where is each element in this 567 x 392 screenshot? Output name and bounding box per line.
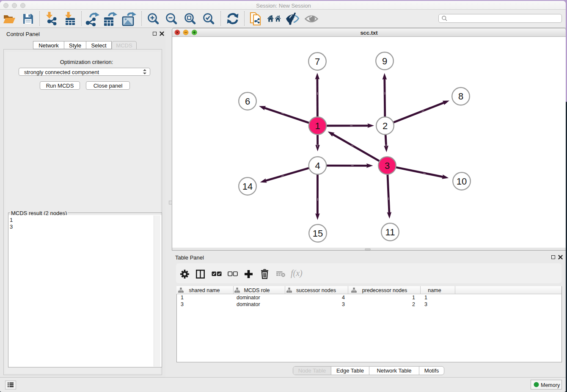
svg-text:10: 10	[457, 176, 467, 187]
svg-text:15: 15	[313, 228, 323, 239]
svg-text:11: 11	[385, 227, 395, 237]
svg-text:4: 4	[315, 160, 320, 171]
svg-text:14: 14	[242, 181, 253, 192]
svg-text:2: 2	[383, 121, 388, 131]
svg-text:1: 1	[315, 121, 320, 131]
svg-text:9: 9	[382, 56, 387, 66]
svg-text:8: 8	[458, 91, 463, 102]
svg-text:7: 7	[315, 56, 320, 67]
svg-text:3: 3	[385, 160, 390, 171]
svg-text:6: 6	[245, 96, 250, 107]
